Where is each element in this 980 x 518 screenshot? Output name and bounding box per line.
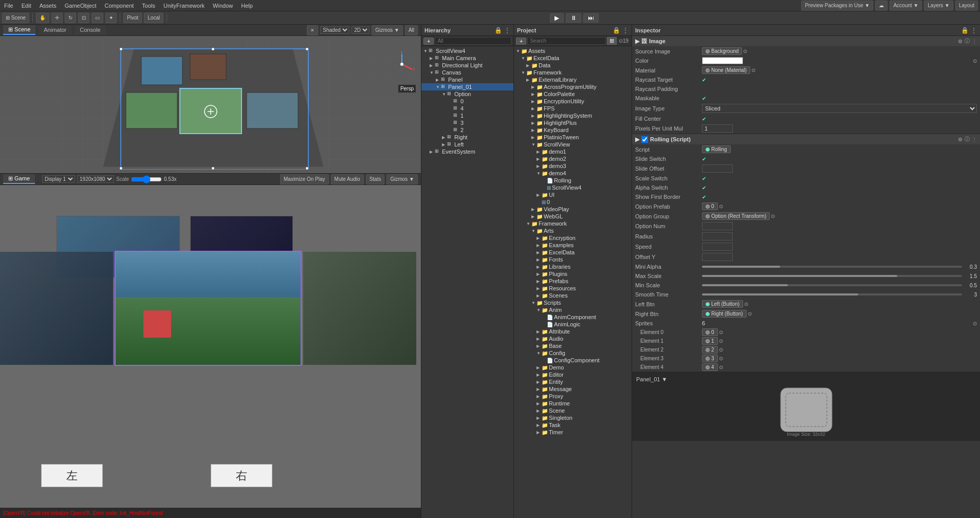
hierarchy-lock-btn[interactable]: 🔒 [494,27,502,34]
project-item-encryption[interactable]: ▶📁Encryption [514,234,632,242]
project-menu-btn[interactable]: ⋮ [622,27,628,34]
transform-scale-btn[interactable]: ⊡ [78,13,89,23]
element-3-select-btn[interactable]: ⊙ [719,356,723,361]
element-1-select-btn[interactable]: ⊙ [719,338,723,344]
project-item-exceldata[interactable]: ▼📁ExcelData [514,54,632,62]
hierarchy-item-opt3[interactable]: ⊞3 [421,119,513,126]
project-item-assets[interactable]: ▼📁Assets [514,47,632,54]
project-item-base[interactable]: ▶📁Base [514,342,632,349]
raycast-target-check[interactable]: ✔ [702,77,706,83]
source-image-value[interactable]: Background [702,47,742,55]
project-item-prefabs[interactable]: ▶📁Prefabs [514,278,632,285]
image-info-btn[interactable]: ⓘ [965,38,970,45]
project-item-animcomponent[interactable]: 📄AnimComponent [514,313,632,321]
project-item-libraries[interactable]: ▶📁Libraries [514,263,632,270]
sprites-expand-btn[interactable]: ⊙ [973,321,977,326]
pause-btn[interactable]: ⏸ [566,13,581,23]
hierarchy-item-eventsystem[interactable]: ▶⊞EventSystem [421,148,513,155]
scene-toggle-btn[interactable]: ⊞ Scene [2,13,29,23]
material-select-btn[interactable]: ⊙ [751,67,755,73]
project-item-framework2[interactable]: ▼📁Framework [514,220,632,227]
fill-center-check[interactable]: ✔ [702,116,706,122]
project-item-framework[interactable]: ▼📁Framework [514,69,632,76]
project-item-examples[interactable]: ▶📁Examples [514,242,632,249]
element-2-select-btn[interactable]: ⊙ [719,347,723,353]
project-item-encryptionutility[interactable]: ▶📁EncryptionUtility [514,98,632,105]
project-item-animlogic[interactable]: 📄AnimLogic [514,321,632,328]
image-type-select[interactable]: Sliced [702,104,977,113]
right-btn-select-btn[interactable]: ⊙ [748,311,752,317]
project-add-btn[interactable]: + [516,38,526,45]
game-gizmos-btn[interactable]: Gizmos ▼ [386,174,418,184]
scale-switch-check[interactable]: ✔ [702,176,706,181]
transform-all-btn[interactable]: ✦ [105,13,117,23]
menu-component[interactable]: Component [102,3,136,9]
speed-input[interactable]: 4 [702,243,733,251]
preview-packages-btn[interactable]: Preview Packages in Use ▼ [801,1,873,11]
project-item-message[interactable]: ▶📁Message [514,385,632,393]
element-1-value[interactable]: 1 [702,337,718,345]
hierarchy-item-panel_01[interactable]: ▼⊞Panel_01 [421,83,513,90]
project-item-rolling[interactable]: 📄Rolling [514,177,632,184]
menu-unityframework[interactable]: UnityFramework [161,3,207,9]
menu-tools[interactable]: Tools [140,3,157,9]
maximize-on-play-btn[interactable]: Maximize On Play [280,174,329,184]
project-item-highlightplus[interactable]: ▶📁HighlightPlus [514,119,632,126]
project-item-webgl[interactable]: ▶📁WebGL [514,213,632,220]
project-item-videoplay[interactable]: ▶📁VideoPlay [514,206,632,213]
project-item-editor[interactable]: ▶📁Editor [514,371,632,378]
project-item-config[interactable]: ▼📁Config [514,349,632,357]
project-item-data[interactable]: ▶📁Data [514,62,632,69]
tab-game[interactable]: ⊞ Game [3,174,35,184]
tab-console[interactable]: Console [75,26,105,35]
transform-rotate-btn[interactable]: ↻ [65,13,76,23]
hierarchy-item-directionallight[interactable]: ▶⊞Directional Light [421,62,513,69]
project-item-highlightingsystem[interactable]: ▶📁HighlightingSystem [514,112,632,119]
scale-slider[interactable] [131,175,162,183]
menu-help[interactable]: Help [239,3,255,9]
menu-gameobject[interactable]: GameObject [63,3,99,9]
project-item-scene[interactable]: ▶📁Scene [514,407,632,414]
project-item-scripts[interactable]: ▼📁Scripts [514,299,632,306]
transform-rect-btn[interactable]: ▭ [91,13,103,23]
option-num-input[interactable]: 5 [702,222,733,230]
project-view-btn[interactable]: ⊞ [607,37,617,45]
project-item-prj0[interactable]: ⊞0 [514,198,632,206]
project-item-scenes[interactable]: ▶📁Scenes [514,292,632,299]
project-item-ui[interactable]: ▶📁UI [514,191,632,198]
tab-scene[interactable]: ⊞ Scene [3,25,35,35]
option-prefab-value[interactable]: 0 [702,202,718,210]
hierarchy-item-right[interactable]: ▶⊞Right [421,134,513,141]
project-item-task[interactable]: ▶📁Task [514,421,632,429]
source-image-select-btn[interactable]: ⊙ [743,48,747,54]
element-0-value[interactable]: 0 [702,328,718,336]
transform-hand-btn[interactable]: ✋ [36,13,49,23]
project-item-proxy[interactable]: ▶📁Proxy [514,393,632,400]
project-item-colorpalette[interactable]: ▶📁ColorPalette [514,90,632,98]
material-value[interactable]: None (Material) [702,66,750,74]
project-item-plugins[interactable]: ▶📁Plugins [514,270,632,278]
project-item-demo2[interactable]: ▶📁demo2 [514,155,632,162]
mute-audio-btn[interactable]: Mute Audio [331,174,364,184]
scene-view[interactable]: Persp Y X [0,36,421,173]
left-btn-chinese[interactable]: 左 [41,464,103,487]
element-4-select-btn[interactable]: ⊙ [719,364,723,370]
project-item-resources[interactable]: ▶📁Resources [514,285,632,292]
cloud-btn[interactable]: ☁ [875,1,887,11]
display-select[interactable]: Display 1 [42,175,75,183]
pixels-per-unit-input[interactable]: 1 [702,124,733,133]
slide-switch-check[interactable]: ✔ [702,156,706,162]
image-settings-btn[interactable]: ⚙ [958,38,963,45]
tab-animator[interactable]: Animator [39,26,71,35]
project-lock-btn[interactable]: 🔒 [613,27,620,34]
script-value[interactable]: Rolling [702,145,731,153]
rolling-enabled-checkbox[interactable] [641,136,648,143]
image-section-header[interactable]: ▶ 🖼 Image ⚙ ⓘ ⋮ [632,36,980,46]
project-item-acrossprogramutility[interactable]: ▶📁AcrossProgramUtility [514,83,632,90]
radius-input[interactable]: 500 [702,232,733,240]
hierarchy-item-left[interactable]: ▶⊞Left [421,141,513,148]
right-btn-chinese[interactable]: 右 [211,464,272,487]
hierarchy-item-opt0[interactable]: ⊞0 [421,98,513,105]
hierarchy-menu-btn[interactable]: ⋮ [504,27,510,34]
menu-edit[interactable]: Edit [20,3,33,9]
